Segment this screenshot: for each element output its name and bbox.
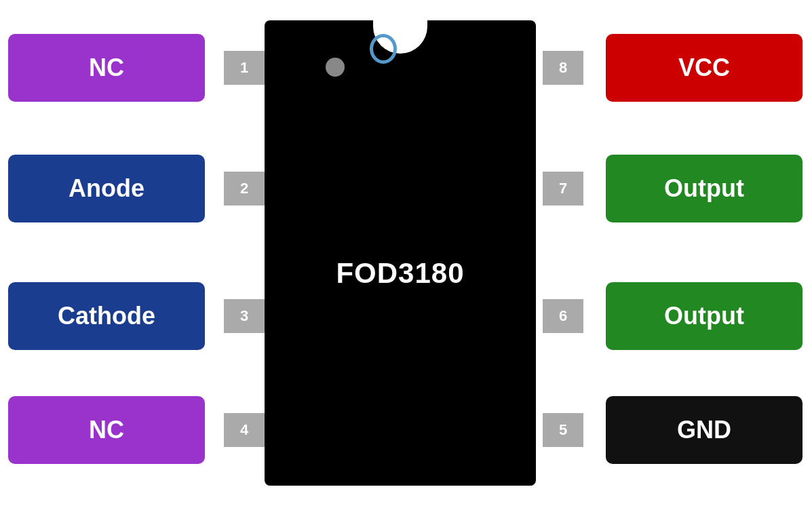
signal-output-pin6: Output — [606, 282, 803, 350]
ic-body: FOD3180 — [265, 20, 536, 486]
signal-nc-pin1: NC — [8, 34, 205, 102]
pin-number-1: 1 — [240, 59, 248, 77]
signal-nc-pin4: NC — [8, 396, 205, 464]
pin-number-6: 6 — [559, 307, 567, 325]
pin-stub-3: 3 — [224, 299, 265, 333]
pin-number-8: 8 — [559, 59, 567, 77]
signal-vcc: VCC — [606, 34, 803, 102]
pin-number-3: 3 — [240, 307, 248, 325]
signal-output-pin6-label: Output — [664, 302, 744, 330]
pin-number-2: 2 — [240, 180, 248, 197]
signal-anode: Anode — [8, 155, 205, 222]
pin-stub-1: 1 — [224, 51, 265, 85]
pin-number-7: 7 — [559, 180, 567, 197]
signal-cathode-label: Cathode — [58, 302, 155, 330]
signal-output-pin7-label: Output — [664, 174, 744, 203]
signal-gnd-label: GND — [677, 416, 731, 444]
pin-stub-5: 5 — [543, 413, 583, 447]
signal-nc-pin1-label: NC — [89, 54, 124, 82]
pin-stub-2: 2 — [224, 172, 265, 206]
signal-output-pin7: Output — [606, 155, 803, 222]
ic-dot-right — [370, 34, 397, 64]
pin-stub-8: 8 — [543, 51, 583, 85]
signal-gnd: GND — [606, 396, 803, 464]
ic-label: FOD3180 — [336, 257, 464, 290]
ic-dot-left — [326, 58, 345, 77]
pin-number-5: 5 — [559, 421, 567, 439]
signal-anode-label: Anode — [69, 174, 144, 203]
diagram-container: FOD3180 1 2 3 4 8 7 6 — [0, 0, 812, 506]
signal-nc-pin4-label: NC — [89, 416, 124, 444]
signal-vcc-label: VCC — [678, 54, 730, 82]
pin-stub-7: 7 — [543, 172, 583, 206]
signal-cathode: Cathode — [8, 282, 205, 350]
pin-number-4: 4 — [240, 421, 248, 439]
pin-stub-4: 4 — [224, 413, 265, 447]
pin-stub-6: 6 — [543, 299, 583, 333]
